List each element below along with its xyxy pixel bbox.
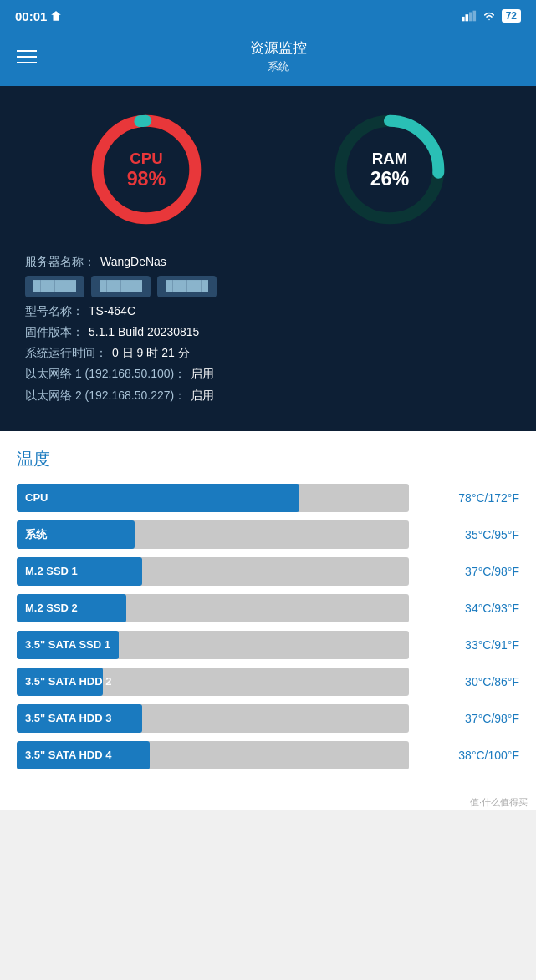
temp-bar-fill-7: 3.5" SATA HDD 4 bbox=[17, 741, 150, 769]
page-title: 资源监控 bbox=[37, 38, 519, 58]
ip-tags: ██████ ██████ ██████ bbox=[25, 276, 511, 297]
temp-row-0: CPU78°C/172°F bbox=[17, 484, 519, 512]
app-header: 资源监控 系统 bbox=[0, 30, 536, 86]
page-subtitle: 系统 bbox=[37, 59, 519, 74]
temp-value-6: 37°C/98°F bbox=[419, 712, 519, 725]
temp-bar-label-5: 3.5" SATA HDD 2 bbox=[25, 675, 111, 688]
ip-tag-2: ██████ bbox=[91, 276, 151, 297]
temp-bar-fill-6: 3.5" SATA HDD 3 bbox=[17, 704, 142, 733]
gauges-row: CPU 98% RAM 26% bbox=[25, 103, 511, 248]
ip-tag-3: ██████ bbox=[157, 276, 217, 297]
wifi-icon bbox=[482, 10, 497, 22]
model-row: 型号名称： TS-464C bbox=[25, 301, 511, 322]
location-icon bbox=[50, 10, 62, 22]
ip-tag-1: ██████ bbox=[25, 276, 84, 297]
svg-text:98%: 98% bbox=[127, 168, 166, 190]
temp-bar-fill-4: 3.5" SATA SSD 1 bbox=[17, 631, 119, 659]
temp-bar-label-4: 3.5" SATA SSD 1 bbox=[25, 638, 110, 651]
firmware-row: 固件版本： 5.1.1 Build 20230815 bbox=[25, 322, 511, 343]
temp-value-5: 30°C/86°F bbox=[419, 675, 519, 688]
temp-value-2: 37°C/98°F bbox=[419, 565, 519, 578]
ram-gauge: RAM 26% bbox=[331, 111, 448, 228]
svg-rect-2 bbox=[465, 14, 468, 21]
net1-row: 以太网络 1 (192.168.50.100)： 启用 bbox=[25, 363, 511, 384]
server-name-row: 服务器名称： WangDeNas bbox=[25, 251, 511, 272]
temp-bar-fill-0: CPU bbox=[17, 484, 299, 512]
temp-bar-fill-3: M.2 SSD 2 bbox=[17, 594, 126, 622]
status-bar: 00:01 72 bbox=[0, 0, 536, 30]
header-title-block: 资源监控 系统 bbox=[37, 38, 519, 74]
status-time: 00:01 bbox=[15, 9, 62, 23]
menu-button[interactable] bbox=[17, 50, 37, 63]
temp-value-3: 34°C/93°F bbox=[419, 602, 519, 615]
temperature-section: 温度 CPU78°C/172°F系统35°C/95°FM.2 SSD 137°C… bbox=[0, 431, 536, 791]
svg-rect-3 bbox=[469, 13, 472, 22]
temp-bar-wrap-1: 系统 bbox=[17, 520, 409, 549]
temp-value-4: 33°C/91°F bbox=[419, 638, 519, 652]
svg-text:RAM: RAM bbox=[372, 150, 408, 167]
temp-bar-wrap-6: 3.5" SATA HDD 3 bbox=[17, 704, 409, 733]
svg-rect-1 bbox=[462, 17, 465, 21]
temp-row-6: 3.5" SATA HDD 337°C/98°F bbox=[17, 704, 519, 733]
temp-row-5: 3.5" SATA HDD 230°C/86°F bbox=[17, 668, 519, 696]
svg-rect-4 bbox=[472, 11, 476, 22]
temp-bar-fill-2: M.2 SSD 1 bbox=[17, 557, 142, 586]
temp-bar-label-3: M.2 SSD 2 bbox=[25, 602, 78, 614]
temp-bar-wrap-2: M.2 SSD 1 bbox=[17, 557, 409, 586]
temp-bar-label-1: 系统 bbox=[25, 527, 47, 542]
temp-bar-wrap-3: M.2 SSD 2 bbox=[17, 594, 409, 622]
temp-row-3: M.2 SSD 234°C/93°F bbox=[17, 594, 519, 622]
temp-bar-wrap-7: 3.5" SATA HDD 4 bbox=[17, 741, 409, 769]
net2-row: 以太网络 2 (192.168.50.227)： 启用 bbox=[25, 385, 511, 406]
temp-value-1: 35°C/95°F bbox=[419, 528, 519, 541]
temp-value-7: 38°C/100°F bbox=[419, 749, 519, 762]
main-panel: CPU 98% RAM 26% 服务器名称： WangDeNas ██████ … bbox=[0, 86, 536, 431]
temp-row-2: M.2 SSD 137°C/98°F bbox=[17, 557, 519, 586]
temp-value-0: 78°C/172°F bbox=[419, 491, 519, 505]
temp-bar-wrap-0: CPU bbox=[17, 484, 409, 512]
temperature-title: 温度 bbox=[17, 448, 519, 470]
temp-bar-fill-5: 3.5" SATA HDD 2 bbox=[17, 668, 103, 696]
battery-level: 72 bbox=[502, 9, 521, 23]
temp-bar-wrap-5: 3.5" SATA HDD 2 bbox=[17, 668, 409, 696]
svg-marker-0 bbox=[52, 11, 62, 21]
watermark: 值·什么值得买 bbox=[0, 791, 536, 810]
temp-row-1: 系统35°C/95°F bbox=[17, 520, 519, 549]
status-right: 72 bbox=[462, 9, 521, 23]
temperature-rows: CPU78°C/172°F系统35°C/95°FM.2 SSD 137°C/98… bbox=[17, 484, 519, 769]
temp-bar-label-6: 3.5" SATA HDD 3 bbox=[25, 712, 111, 724]
temp-row-4: 3.5" SATA SSD 133°C/91°F bbox=[17, 631, 519, 659]
temp-bar-fill-1: 系统 bbox=[17, 520, 135, 549]
signal-icon bbox=[462, 10, 477, 22]
temp-bar-label-7: 3.5" SATA HDD 4 bbox=[25, 749, 111, 761]
svg-text:CPU: CPU bbox=[130, 150, 163, 167]
temp-bar-label-0: CPU bbox=[25, 491, 48, 504]
temp-row-7: 3.5" SATA HDD 438°C/100°F bbox=[17, 741, 519, 769]
info-section: 服务器名称： WangDeNas ██████ ██████ ██████ 型号… bbox=[25, 248, 511, 406]
temp-bar-wrap-4: 3.5" SATA SSD 1 bbox=[17, 631, 409, 659]
svg-text:26%: 26% bbox=[370, 168, 409, 190]
temp-bar-label-2: M.2 SSD 1 bbox=[25, 565, 78, 577]
uptime-row: 系统运行时间： 0 日 9 时 21 分 bbox=[25, 343, 511, 363]
cpu-gauge: CPU 98% bbox=[88, 111, 205, 228]
